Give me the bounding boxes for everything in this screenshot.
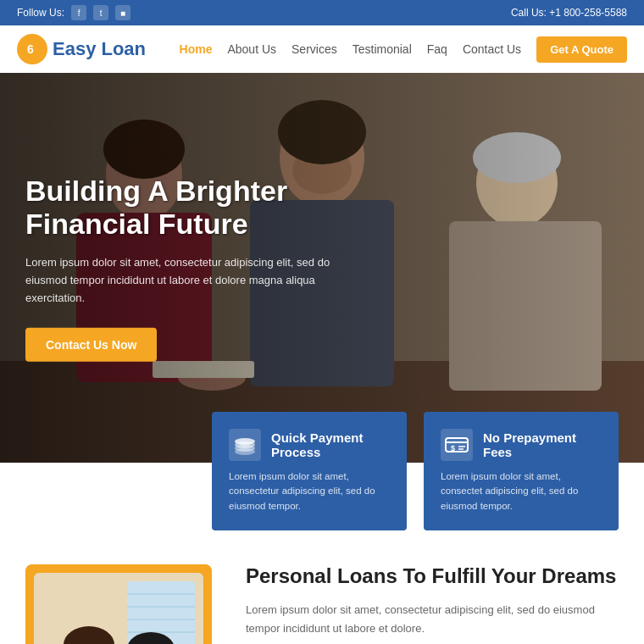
about-title: Personal Loans To Fulfill Your Dreams <box>246 564 619 589</box>
header: 6 Easy Loan Home About Us Services Testi… <box>0 25 644 73</box>
follow-label: Follow Us: <box>17 7 64 19</box>
hero-cta-button[interactable]: Contact Us Now <box>25 327 157 361</box>
svg-text:$: $ <box>451 444 455 452</box>
top-bar: Follow Us: f t ■ Call Us: +1 800-258-558… <box>0 0 644 25</box>
logo-svg: 6 <box>23 40 42 58</box>
hero-title: Building A Brighter Financial Future <box>25 175 347 241</box>
fees-card-title: No Prepayment Fees <box>483 430 602 459</box>
about-description: Lorem ipsum dolor sit amet, consectetur … <box>246 601 619 638</box>
nav-services[interactable]: Services <box>291 42 337 56</box>
hero-description: Lorem ipsum dolor sit amet, consectetur … <box>25 254 347 307</box>
about-section: Personal Loans To Fulfill Your Dreams Lo… <box>0 530 644 644</box>
payment-card-title: Quick Payment Process <box>271 430 390 459</box>
instagram-icon[interactable]: ■ <box>115 5 130 20</box>
logo-text: Easy Loan <box>53 38 146 60</box>
facebook-icon[interactable]: f <box>71 5 86 20</box>
payment-card-desc: Lorem ipsum dolor sit amet, consectetur … <box>229 469 390 514</box>
call-label: Call Us: <box>511 7 547 19</box>
call-section: Call Us: +1 800-258-5588 <box>511 7 627 19</box>
hero-section: Building A Brighter Financial Future Lor… <box>0 73 644 463</box>
about-content: Personal Loans To Fulfill Your Dreams Lo… <box>246 564 619 644</box>
nav-faq[interactable]: Faq <box>427 42 447 56</box>
hero-content: Building A Brighter Financial Future Lor… <box>25 175 347 362</box>
svg-text:6: 6 <box>27 42 34 56</box>
nav-contact[interactable]: Contact Us <box>463 42 521 56</box>
card-header-payment: Quick Payment Process <box>229 429 390 461</box>
feature-card-fees: $ No Prepayment Fees Lorem ipsum dolor s… <box>424 412 619 530</box>
nav-home[interactable]: Home <box>180 42 213 56</box>
phone-number: +1 800-258-5588 <box>549 7 627 19</box>
nav-about[interactable]: About Us <box>227 42 276 56</box>
fees-card-desc: Lorem ipsum dolor sit amet, consectet ad… <box>441 469 602 514</box>
get-quote-button[interactable]: Get A Quote <box>536 36 627 63</box>
feature-card-payment: Quick Payment Process Lorem ipsum dolor … <box>212 412 407 530</box>
card-header-fees: $ No Prepayment Fees <box>441 429 602 461</box>
logo[interactable]: 6 Easy Loan <box>17 34 146 64</box>
payment-icon <box>229 429 261 461</box>
about-image <box>25 564 212 644</box>
svg-point-20 <box>235 438 255 445</box>
fees-icon: $ <box>441 429 473 461</box>
follow-us-section: Follow Us: f t ■ <box>17 5 130 20</box>
twitter-icon[interactable]: t <box>93 5 108 20</box>
nav-links: Home About Us Services Testimonial Faq C… <box>180 36 627 63</box>
logo-icon: 6 <box>17 34 47 64</box>
feature-cards-section: Quick Payment Process Lorem ipsum dolor … <box>0 412 644 530</box>
svg-rect-21 <box>446 438 468 452</box>
nav-testimonial[interactable]: Testimonial <box>353 42 412 56</box>
